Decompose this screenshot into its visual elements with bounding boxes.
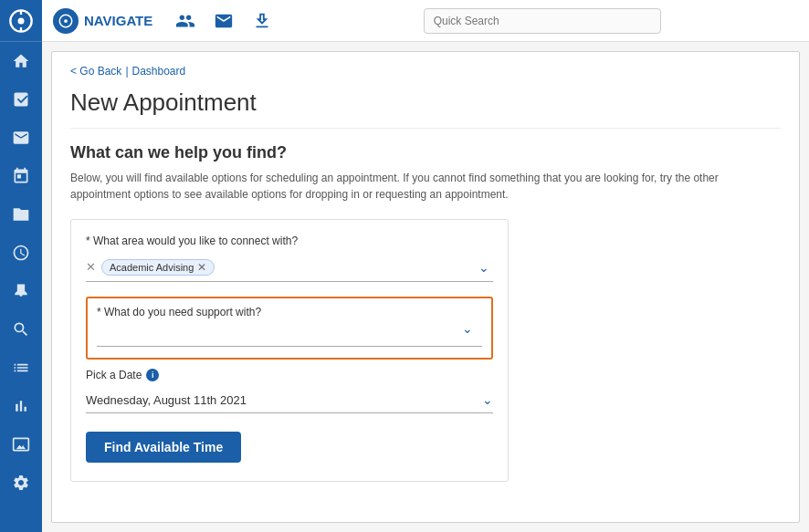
content: < Go Back | Dashboard New Appointment Wh… (42, 42, 809, 532)
area-label: * What area would you like to connect wi… (86, 235, 493, 247)
people-icon (175, 11, 195, 31)
breadcrumb-separator: | (125, 65, 128, 78)
gear-icon (12, 474, 30, 492)
date-group: Pick a Date i Wednesday, August 11th 202… (86, 369, 493, 413)
compass-icon (58, 13, 74, 29)
sidebar-item-folder[interactable] (0, 195, 42, 234)
breadcrumb: < Go Back | Dashboard (70, 65, 781, 78)
envelope-nav-icon[interactable] (209, 6, 238, 36)
area-label-text: * What area would you like to connect wi… (86, 235, 298, 247)
svg-point-5 (64, 19, 68, 23)
folder-icon (12, 205, 30, 224)
export-nav-icon[interactable] (247, 6, 277, 36)
sidebar-item-calendar[interactable] (0, 157, 42, 195)
sidebar-item-chart[interactable] (0, 387, 42, 425)
dashboard-link[interactable]: Dashboard (132, 65, 186, 78)
sidebar-item-home[interactable] (0, 42, 42, 80)
area-input-wrapper: ✕ Academic Advising ✕ ⌄ (86, 253, 493, 282)
svg-point-1 (18, 17, 25, 24)
date-label-text: Pick a Date (86, 369, 142, 381)
search-icon (12, 320, 30, 339)
info-icon[interactable]: i (146, 369, 159, 381)
sidebar-logo[interactable] (0, 0, 42, 42)
support-select[interactable] (97, 326, 482, 347)
sidebar-item-list[interactable] (0, 349, 42, 387)
clock-icon (12, 244, 30, 262)
area-dropdown-arrow: ⌄ (478, 260, 489, 275)
sidebar (0, 0, 42, 532)
section-desc: Below, you will find available options f… (70, 170, 781, 203)
mail-icon (12, 129, 30, 147)
brand-name: NAVIGATE (84, 13, 152, 28)
support-label: * What do you need support with? (97, 306, 482, 318)
area-tag-text: Academic Advising (110, 262, 194, 273)
area-tag-input[interactable]: ✕ Academic Advising ✕ ⌄ (86, 253, 493, 282)
sidebar-item-pin[interactable] (0, 272, 42, 310)
area-tag-close[interactable]: ✕ (197, 262, 206, 273)
date-label: Pick a Date i (86, 369, 493, 381)
home-icon (12, 52, 30, 70)
navigate-logo-icon (8, 8, 34, 34)
sidebar-item-mail[interactable] (0, 119, 42, 157)
topbar: NAVIGATE (42, 0, 809, 42)
support-group: * What do you need support with? ⌄ (86, 297, 493, 360)
date-value: Wednesday, August 11th 2021 (86, 393, 247, 407)
sidebar-item-search[interactable] (0, 310, 42, 349)
brand: NAVIGATE (53, 8, 152, 34)
sidebar-item-image[interactable] (0, 425, 42, 464)
image-icon (12, 435, 30, 454)
date-select[interactable]: Wednesday, August 11th 2021 ⌄ (86, 387, 493, 413)
chart-icon (12, 397, 30, 415)
list-icon (12, 359, 30, 377)
search-area (286, 8, 798, 34)
page-title: New Appointment (70, 89, 781, 129)
sidebar-item-analytics[interactable] (0, 80, 42, 119)
people-nav-icon[interactable] (171, 6, 200, 36)
envelope-icon (214, 11, 234, 31)
form-box: * What area would you like to connect wi… (70, 219, 509, 482)
brand-icon (53, 8, 79, 34)
find-available-time-button[interactable]: Find Available Time (86, 432, 241, 463)
section-title: What can we help you find? (70, 143, 781, 162)
sidebar-item-settings[interactable] (0, 464, 42, 502)
analytics-icon (12, 90, 30, 109)
calendar-icon (12, 167, 30, 185)
area-group: * What area would you like to connect wi… (86, 235, 493, 282)
content-inner: < Go Back | Dashboard New Appointment Wh… (51, 51, 800, 523)
search-input[interactable] (424, 8, 661, 34)
area-tag: Academic Advising ✕ (101, 259, 215, 276)
date-dropdown-arrow: ⌄ (482, 392, 493, 407)
pin-icon (12, 282, 30, 300)
go-back-link[interactable]: < Go Back (70, 65, 121, 78)
export-icon (252, 11, 272, 31)
main-area: NAVIGATE < Go Back | Dashboard New Appoi… (42, 0, 809, 532)
sidebar-item-clock[interactable] (0, 234, 42, 272)
tag-remove-button[interactable]: ✕ (86, 260, 96, 274)
